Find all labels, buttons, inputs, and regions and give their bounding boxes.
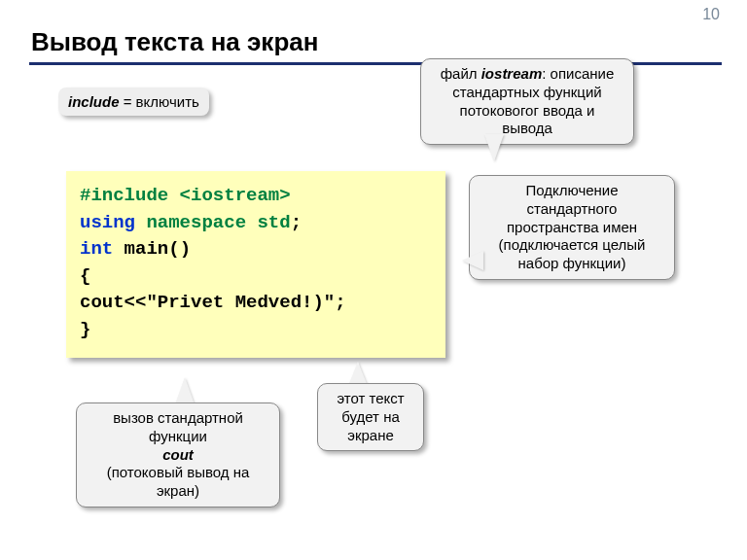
callout-cout-tail bbox=[175, 377, 195, 404]
page-number: 10 bbox=[702, 6, 720, 23]
code-block: #include <iostream> using namespace std;… bbox=[66, 171, 445, 358]
code-line-1: #include <iostream> bbox=[80, 183, 432, 210]
code-line-5: cout<<"Privet Medved!)"; bbox=[80, 290, 432, 317]
code-line-6: } bbox=[80, 317, 432, 344]
callout-include-def: include = включить bbox=[58, 88, 209, 116]
slide-title: Вывод текста на экран bbox=[31, 27, 318, 57]
callout-namespace-tail bbox=[462, 251, 483, 270]
callout-iostream-tail bbox=[484, 134, 504, 161]
callout-text-desc: этот текст будет на экране bbox=[317, 383, 424, 451]
code-line-2: using namespace std; bbox=[80, 210, 432, 237]
callout-namespace: Подключение стандартного пространства им… bbox=[469, 175, 675, 280]
code-line-4: { bbox=[80, 263, 432, 291]
callout-iostream: файл iostream: описание стандартных функ… bbox=[420, 58, 634, 145]
callout-cout: вызов стандартной функции cout (потоковы… bbox=[76, 402, 280, 508]
code-line-3: int main() bbox=[80, 236, 432, 263]
